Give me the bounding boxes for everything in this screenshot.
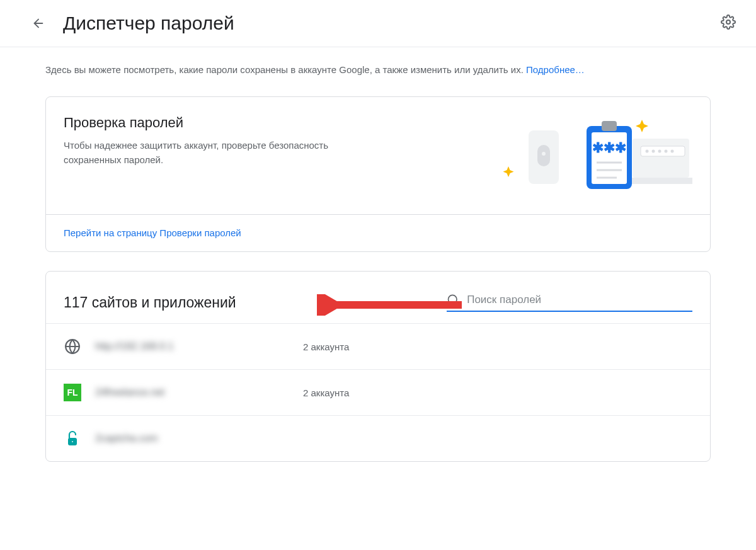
- learn-more-link[interactable]: Подробнее…: [526, 64, 585, 75]
- svg-point-3: [542, 152, 546, 156]
- password-checkup-card: Проверка паролей Чтобы надежнее защитить…: [45, 96, 711, 252]
- annotation-arrow-icon: [317, 294, 468, 316]
- search-field[interactable]: [447, 293, 692, 312]
- list-title: 117 сайтов и приложений: [64, 294, 236, 311]
- svg-point-7: [646, 150, 649, 153]
- svg-point-1: [726, 20, 730, 24]
- arrow-left-icon: [32, 16, 45, 30]
- back-button[interactable]: [32, 16, 45, 30]
- svg-rect-4: [633, 139, 689, 178]
- page-header: Диспетчер паролей: [0, 0, 756, 47]
- password-row[interactable]: 2captcha.com: [46, 415, 710, 461]
- svg-point-10: [665, 150, 668, 153]
- svg-point-26: [71, 440, 74, 443]
- lock-open-icon: [64, 430, 81, 447]
- account-count: 2 аккаунта: [303, 341, 349, 352]
- svg-point-9: [658, 150, 662, 153]
- svg-text:✱✱✱: ✱✱✱: [592, 140, 626, 156]
- site-name: http://192.168.0.1: [95, 341, 303, 352]
- search-icon: [447, 293, 459, 307]
- site-favicon: FL: [64, 384, 81, 401]
- checkup-title: Проверка паролей: [64, 115, 478, 131]
- site-name: 2captcha.com: [95, 433, 303, 444]
- search-input[interactable]: [467, 294, 692, 306]
- checkup-link[interactable]: Перейти на страницу Проверки паролей: [64, 227, 241, 238]
- svg-line-22: [455, 302, 458, 305]
- account-count: 2 аккаунта: [303, 387, 349, 398]
- svg-rect-5: [624, 178, 692, 184]
- password-row[interactable]: FL 24freelance.net 2 аккаунта: [46, 369, 710, 415]
- settings-button[interactable]: [721, 14, 736, 32]
- svg-rect-13: [602, 121, 617, 131]
- page-title: Диспетчер паролей: [63, 13, 721, 34]
- intro-text: Здесь вы можете посмотреть, какие пароли…: [45, 62, 711, 77]
- checkup-description: Чтобы надежнее защитить аккаунт, проверь…: [64, 139, 366, 167]
- gear-icon: [721, 14, 736, 30]
- site-name: 24freelance.net: [95, 387, 303, 398]
- svg-point-11: [671, 150, 674, 153]
- checkup-illustration: ✱✱✱: [491, 115, 692, 197]
- password-list-card: 117 сайтов и приложений http://192.168.0…: [45, 271, 711, 462]
- globe-icon: [64, 338, 81, 355]
- password-row[interactable]: http://192.168.0.1 2 аккаунта: [46, 323, 710, 369]
- svg-point-8: [652, 150, 655, 153]
- intro-body: Здесь вы можете посмотреть, какие пароли…: [45, 64, 526, 75]
